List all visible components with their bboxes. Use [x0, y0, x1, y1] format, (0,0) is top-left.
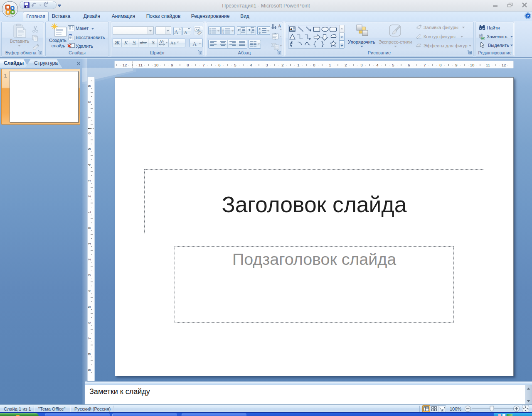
- svg-text:10: 10: [154, 63, 159, 67]
- svg-text:?: ?: [527, 14, 529, 18]
- svg-text:Aa: Aa: [196, 28, 200, 31]
- svg-text:5: 5: [88, 148, 91, 150]
- svg-text:Ж: Ж: [115, 39, 120, 45]
- svg-text:4: 4: [88, 164, 91, 166]
- svg-text:12: 12: [502, 63, 506, 67]
- svg-text:4: 4: [88, 290, 91, 292]
- svg-text:0: 0: [313, 63, 315, 67]
- svg-text:5: 5: [392, 63, 394, 67]
- svg-text:7: 7: [424, 63, 426, 67]
- svg-text:S: S: [151, 39, 154, 45]
- svg-text:7: 7: [88, 116, 91, 118]
- svg-text:A: A: [174, 29, 178, 35]
- svg-text:AV: AV: [159, 39, 165, 44]
- svg-text:Ч: Ч: [133, 40, 136, 45]
- svg-text:8: 8: [88, 100, 91, 103]
- svg-text:0: 0: [88, 227, 91, 229]
- svg-text:4: 4: [250, 63, 252, 67]
- svg-text:A: A: [192, 41, 197, 47]
- svg-text:8: 8: [439, 63, 441, 67]
- svg-text:8: 8: [88, 353, 91, 355]
- svg-text:1: 1: [88, 242, 91, 245]
- svg-text:6: 6: [88, 132, 91, 134]
- svg-text:Aa: Aa: [170, 40, 176, 45]
- svg-text:1: 1: [297, 63, 299, 67]
- svg-text:A: A: [278, 24, 281, 28]
- svg-text:ac: ac: [481, 36, 485, 40]
- svg-text:5: 5: [234, 63, 236, 67]
- svg-text:K: K: [123, 39, 128, 45]
- svg-text:2: 2: [281, 63, 283, 67]
- svg-text:12: 12: [123, 63, 127, 67]
- svg-text:A: A: [184, 30, 187, 34]
- svg-text:3: 3: [266, 63, 268, 67]
- svg-text:6: 6: [408, 63, 410, 67]
- svg-text:9: 9: [171, 63, 173, 67]
- svg-text:3: 3: [222, 32, 224, 34]
- svg-text:7: 7: [202, 63, 204, 67]
- svg-text:7: 7: [88, 337, 91, 339]
- svg-text:6: 6: [218, 63, 220, 67]
- svg-text:3: 3: [88, 179, 91, 181]
- svg-text:2: 2: [88, 195, 91, 197]
- svg-text:10: 10: [470, 63, 475, 67]
- svg-text:11: 11: [486, 63, 490, 67]
- svg-text:8: 8: [187, 63, 189, 67]
- svg-text:11: 11: [138, 63, 143, 67]
- svg-text:9: 9: [88, 369, 91, 371]
- svg-text:3: 3: [88, 274, 91, 276]
- svg-text:5: 5: [88, 306, 91, 308]
- svg-text:9: 9: [455, 63, 457, 67]
- svg-text:2: 2: [345, 63, 347, 67]
- svg-text:3: 3: [360, 63, 362, 67]
- svg-text:6: 6: [88, 321, 91, 323]
- svg-text:1: 1: [329, 63, 331, 67]
- svg-text:1: 1: [88, 211, 91, 213]
- svg-text:9: 9: [88, 85, 91, 87]
- svg-text:4: 4: [376, 63, 378, 67]
- svg-text:2: 2: [88, 258, 91, 260]
